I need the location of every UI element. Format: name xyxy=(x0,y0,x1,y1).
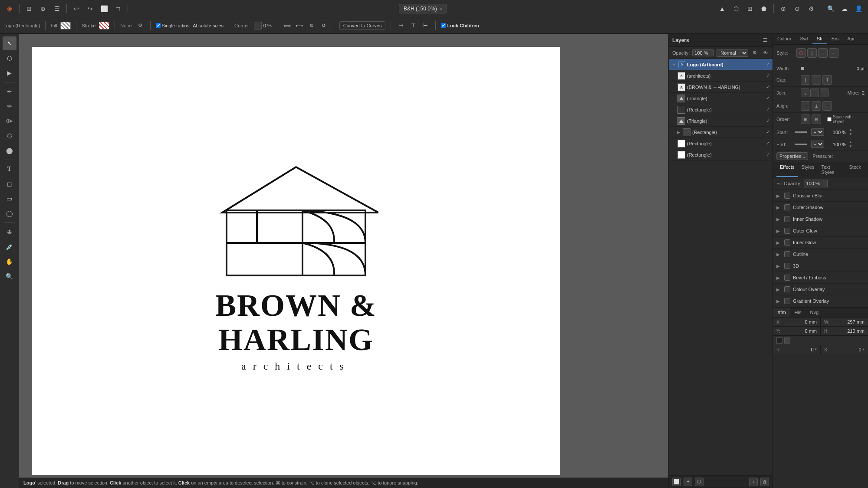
effect-expand-icon[interactable]: ▶ xyxy=(776,275,782,280)
align-center-icon[interactable]: ⊤ xyxy=(408,21,418,30)
xfm-tab[interactable]: Xfm xyxy=(773,308,790,317)
nvg-tab[interactable]: Nvg xyxy=(806,308,823,317)
join-miter-btn[interactable]: ⌟ xyxy=(801,88,809,97)
layer-visibility-check[interactable]: ✓ xyxy=(766,107,770,112)
settings-btn[interactable]: ⚙ xyxy=(135,21,145,29)
single-radius-checkbox[interactable] xyxy=(156,23,161,28)
gaussian-blur-effect[interactable]: ▶ Gaussian Blur xyxy=(773,190,868,202)
layer-row[interactable]: A (architects) ✓ xyxy=(669,70,773,82)
effect-enable-check[interactable] xyxy=(784,216,790,222)
effect-enable-check[interactable] xyxy=(784,275,790,281)
align-inside-btn[interactable]: ⊣ xyxy=(801,101,810,111)
gradient-overlay-effect[interactable]: ▶ Gradient Overlay xyxy=(773,295,868,307)
rotate-ccw-icon[interactable]: ↺ xyxy=(319,21,329,30)
layer-lock-btn[interactable]: ⚙ xyxy=(751,49,759,57)
stock-tab[interactable]: Stock xyxy=(845,162,865,177)
join-bevel-btn[interactable]: ⌒ xyxy=(820,88,829,97)
effect-expand-icon[interactable]: ▶ xyxy=(776,240,782,245)
cloud-icon[interactable]: ☁ xyxy=(838,3,851,15)
menu-icon-1[interactable]: ⊞ xyxy=(23,3,35,15)
eyedropper-tool[interactable]: 💉 xyxy=(3,240,16,254)
effect-expand-icon[interactable]: ▶ xyxy=(776,193,782,198)
opacity-input[interactable] xyxy=(692,49,714,56)
stroke-color-box[interactable] xyxy=(99,22,109,29)
layer-fx-btn[interactable]: ✦ xyxy=(684,478,692,486)
align-outside-btn[interactable]: ⊢ xyxy=(822,101,832,111)
styles-tab[interactable]: Styles xyxy=(798,162,818,177)
tool4[interactable]: ◻ xyxy=(112,3,124,15)
layer-visibility-check[interactable]: ✓ xyxy=(766,84,770,90)
layer-row[interactable]: ▼ A Logo (Artboard) ✓ xyxy=(669,59,773,70)
order-front-btn[interactable]: ⊞ xyxy=(801,115,810,124)
view-icon[interactable]: ⬟ xyxy=(758,3,770,15)
tab-str[interactable]: Str xyxy=(812,34,827,44)
single-radius-check[interactable]: Single radius xyxy=(156,23,190,28)
absolute-sizes-check[interactable]: Absolute sizes xyxy=(193,23,224,28)
tab-apr[interactable]: Apr xyxy=(843,34,859,44)
pencil-tool[interactable]: ✏ xyxy=(3,99,16,113)
export-icon[interactable]: ▲ xyxy=(716,3,728,15)
fill-tool[interactable]: ⬤ xyxy=(3,144,16,157)
colour-overlay-effect[interactable]: ▶ Colour Overlay xyxy=(773,284,868,295)
tool3[interactable]: ⬜ xyxy=(98,3,110,15)
effect-enable-check[interactable] xyxy=(784,204,790,210)
cap-round-btn[interactable]: ⌒ xyxy=(812,75,821,85)
order-back-btn[interactable]: ⊟ xyxy=(812,115,821,124)
crop-tool[interactable]: ▶ xyxy=(3,66,16,80)
effect-enable-check[interactable] xyxy=(784,239,790,246)
layout-icon[interactable]: ⊞ xyxy=(744,3,756,15)
tab-colour[interactable]: Colour xyxy=(773,34,796,44)
effect-enable-check[interactable] xyxy=(784,193,790,199)
brush-tool[interactable]: ⌱ xyxy=(3,114,16,128)
bevel-emboss-effect[interactable]: ▶ Bevel / Emboss xyxy=(773,272,868,284)
start-down-btn[interactable]: ▼ xyxy=(849,132,852,136)
canvas-area[interactable]: BROWN & HARLING architects 'Logo' select… xyxy=(19,34,668,488)
tab-swt[interactable]: Swt xyxy=(796,34,812,44)
undo-icon[interactable]: ↩ xyxy=(70,3,82,15)
hand-tool[interactable]: ✋ xyxy=(3,255,16,269)
convert-to-curves-btn[interactable]: Convert to Curves xyxy=(339,21,386,30)
layer-visibility-check[interactable]: ✓ xyxy=(766,118,770,124)
node-tool[interactable]: ⬡ xyxy=(3,51,16,65)
layer-mask-btn[interactable]: ⬡ xyxy=(695,478,704,486)
cap-flat-btn[interactable]: | xyxy=(801,75,810,85)
inner-glow-effect[interactable]: ▶ Inner Glow xyxy=(773,237,868,249)
style-dot-btn[interactable]: ··· xyxy=(829,48,838,58)
join-round-btn[interactable]: ⌒ xyxy=(810,88,819,97)
his-tab[interactable]: His xyxy=(790,308,806,317)
end-style-select[interactable]: — xyxy=(811,141,824,148)
cap-square-btn[interactable]: ⊤ xyxy=(822,75,832,85)
outer-shadow-effect[interactable]: ▶ Outer Shadow xyxy=(773,202,868,213)
effect-enable-check[interactable] xyxy=(784,251,790,257)
lock-children-checkbox[interactable] xyxy=(441,23,446,28)
filename-close[interactable]: × xyxy=(440,6,442,11)
menu-icon-2[interactable]: ⊕ xyxy=(37,3,49,15)
style-none-btn[interactable]: ⬠ xyxy=(796,48,806,58)
layer-row[interactable]: (Rectangle) ✓ xyxy=(669,104,773,115)
pen-tool[interactable]: ✒ xyxy=(3,85,16,98)
zoom-out-icon[interactable]: ⊖ xyxy=(791,3,803,15)
text-styles-tab[interactable]: Text Styles xyxy=(818,162,845,177)
fill-color-box[interactable] xyxy=(60,22,71,29)
layer-row[interactable]: (Triangle) ✓ xyxy=(669,93,773,104)
layer-row[interactable]: (Rectangle) ✓ xyxy=(669,149,773,160)
color-sq2[interactable] xyxy=(784,337,790,344)
style-dash-btn[interactable]: − xyxy=(818,48,828,58)
effect-expand-icon[interactable]: ▶ xyxy=(776,299,782,304)
effect-enable-check[interactable] xyxy=(784,263,790,269)
effect-enable-check[interactable] xyxy=(784,228,790,234)
tab-brs[interactable]: Brs xyxy=(827,34,843,44)
zoom-icon[interactable]: ⊕ xyxy=(777,3,789,15)
person-icon[interactable]: 👤 xyxy=(852,3,865,15)
redo-icon[interactable]: ↪ xyxy=(84,3,96,15)
layer-visibility-check[interactable]: ✓ xyxy=(766,95,770,101)
layer-vis-btn[interactable]: 👁 xyxy=(761,49,769,57)
effect-enable-check[interactable] xyxy=(784,286,790,292)
lock-children-label[interactable]: Lock Children xyxy=(441,23,479,28)
scale-checkbox[interactable] xyxy=(827,117,832,121)
3d-effect[interactable]: ▶ 3D xyxy=(773,260,868,272)
effect-expand-icon[interactable]: ▶ xyxy=(776,287,782,292)
effect-expand-icon[interactable]: ▶ xyxy=(776,205,782,210)
flip-v-icon[interactable]: ⟷ xyxy=(295,21,304,30)
effects-tab[interactable]: Effects xyxy=(776,162,798,177)
